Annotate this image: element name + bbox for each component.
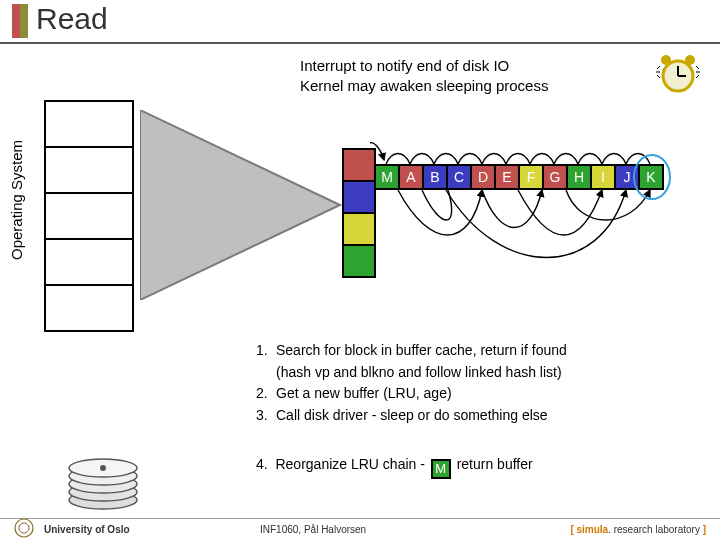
chain-cell: M (374, 164, 400, 190)
chain-cell: C (446, 164, 472, 190)
footer-lab: [ simula. research laboratory ] (570, 524, 706, 535)
buffer-cell (44, 238, 134, 286)
buffer-cell (44, 284, 134, 332)
slide: Read Interrupt to notify end of disk IO … (0, 0, 720, 540)
os-vertical-label: Operating System (8, 140, 25, 260)
lru-cell (342, 244, 376, 278)
step-3: 3.Call disk driver - sleep or do somethi… (256, 405, 567, 427)
lru-cell (342, 212, 376, 246)
interrupt-line-2: Kernel may awaken sleeping process (300, 76, 548, 96)
chain-cell: A (398, 164, 424, 190)
hash-chain-row: MABCDEFGHIJK (374, 164, 664, 190)
step-2: 2.Get a new buffer (LRU, age) (256, 383, 567, 405)
interrupt-text: Interrupt to notify end of disk IO Kerne… (300, 56, 548, 95)
svg-point-3 (661, 55, 671, 65)
svg-point-13 (15, 519, 33, 537)
chain-cell: J (614, 164, 640, 190)
m-chip: M (431, 459, 451, 479)
chain-cell: E (494, 164, 520, 190)
chain-cell: G (542, 164, 568, 190)
chain-cell: I (590, 164, 616, 190)
svg-point-14 (19, 523, 29, 533)
lru-cell (342, 148, 376, 182)
footer: University of Oslo INF1060, Pål Halvorse… (0, 518, 720, 540)
step-1-detail: (hash vp and blkno and follow linked has… (256, 362, 567, 384)
step-4: 4. Reorganize LRU chain - M return buffe… (256, 456, 533, 479)
chain-arcs (370, 120, 700, 300)
university-seal-icon (14, 518, 34, 538)
chain-cell: B (422, 164, 448, 190)
chain-cell: H (566, 164, 592, 190)
svg-point-4 (685, 55, 695, 65)
alarm-clock-icon (656, 52, 700, 96)
lru-color-column (342, 148, 376, 278)
title-rule (0, 42, 720, 44)
buffer-stack (44, 100, 134, 332)
buffer-cell (44, 192, 134, 240)
title-accent-olive (20, 4, 28, 38)
svg-point-12 (101, 466, 105, 470)
chain-cell: D (470, 164, 496, 190)
buffer-cell (44, 146, 134, 194)
projection-triangle (140, 110, 360, 300)
chain-cell: K (638, 164, 664, 190)
title-bar: Read (0, 0, 720, 42)
slide-title: Read (36, 2, 108, 36)
chain-cell: F (518, 164, 544, 190)
step-1: 1.Search for block in buffer cache, retu… (256, 340, 567, 362)
disk-stack-icon (58, 448, 148, 512)
footer-university: University of Oslo (44, 524, 130, 535)
lru-cell (342, 180, 376, 214)
buffer-cell (44, 100, 134, 148)
footer-course: INF1060, Pål Halvorsen (260, 524, 366, 535)
interrupt-line-1: Interrupt to notify end of disk IO (300, 56, 548, 76)
steps-list: 1.Search for block in buffer cache, retu… (256, 340, 567, 427)
svg-marker-5 (140, 110, 340, 300)
